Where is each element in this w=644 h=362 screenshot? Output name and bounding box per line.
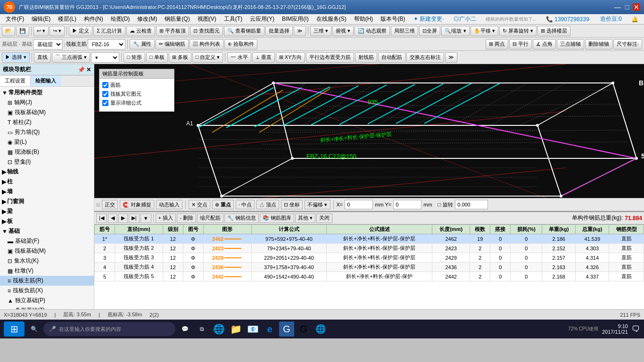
dim-label-btn[interactable]: 尺寸标注·: [613, 39, 642, 49]
no-offset-btn[interactable]: 不偏移 ▾: [305, 200, 330, 209]
maximize-btn[interactable]: □: [623, 3, 631, 11]
prev-record-btn[interactable]: ◀: [108, 214, 117, 223]
fullscreen-btn[interactable]: ⊡全屏: [419, 26, 440, 36]
layer-select[interactable]: 基础层: [33, 39, 63, 49]
menu-help[interactable]: 帮助(H): [350, 14, 377, 24]
table-row[interactable]: 1*筏板受力筋 112Φ2462975+592+975-40-40斜长+净长+料…: [95, 234, 644, 244]
menu-modify[interactable]: 修改(M): [133, 14, 161, 24]
menu-tools[interactable]: 工具(T): [220, 14, 246, 24]
last-record-btn[interactable]: ▶|: [129, 214, 140, 223]
local-3d-btn[interactable]: 局部三维: [391, 26, 418, 36]
sidebar-item-ind-found[interactable]: ▲ 独立基础(P): [0, 296, 94, 305]
view-rebar-btn[interactable]: 🔍 查看钢筋量: [224, 26, 264, 36]
menu-bim[interactable]: BIM应用(I): [278, 14, 313, 24]
taskbar-app-chrome[interactable]: G: [296, 321, 311, 337]
del-aux-btn[interactable]: 删除辅轴: [585, 39, 612, 49]
menu-view[interactable]: 视图(V): [194, 14, 220, 24]
group-beam[interactable]: ▶ 梁: [0, 206, 94, 216]
group-axis[interactable]: ▶ 轴线: [0, 167, 94, 177]
intersect-btn[interactable]: ✕ 交点: [189, 200, 210, 209]
menu-version[interactable]: 版本号(B): [377, 14, 409, 24]
taskbar-app-ie[interactable]: 🌐: [211, 321, 226, 337]
rebar-info-btn[interactable]: 🔧 钢筋信息: [224, 214, 259, 223]
dynamic-input-btn[interactable]: 动态输入: [156, 200, 182, 209]
zoom-btn[interactable]: 🔍缩放 ▾: [441, 26, 469, 36]
sidebar-item-raft-found[interactable]: ▣ 筏板基础(M): [0, 246, 94, 256]
phone-btn[interactable]: 📞 13907298339·: [542, 15, 594, 24]
face-rebar-check[interactable]: [102, 82, 108, 88]
pan-btn[interactable]: ✋平移 ▾: [471, 26, 498, 36]
custom-btn[interactable]: □ 自定义 ▾: [192, 52, 223, 63]
parallel-force-btn[interactable]: 平行边布置受力筋: [306, 52, 354, 63]
arc-select[interactable]: ▾: [91, 52, 119, 63]
screen-rotate-btn[interactable]: ↻ 屏幕旋转 ▾: [499, 26, 537, 36]
sidebar-item-col-pier[interactable]: ▦ 柱墩(V): [0, 266, 94, 276]
insert-row-btn[interactable]: + 插入: [156, 214, 176, 223]
rect-btn[interactable]: □ 矩形: [124, 52, 145, 63]
vertex-btn[interactable]: △ 顶点: [256, 200, 279, 209]
taskbar-app-ggj[interactable]: G: [279, 321, 294, 337]
open-file-btn[interactable]: 📂: [2, 26, 15, 36]
redo-btn[interactable]: ↪ ▾: [50, 26, 65, 36]
3d-view-btn[interactable]: 三维 ▾: [310, 26, 331, 36]
more-rebar-btn[interactable]: ≫: [445, 52, 457, 63]
coord-btn[interactable]: ⊡ 坐标: [281, 200, 303, 209]
group-common[interactable]: ▼ 常用构件类型: [0, 88, 94, 98]
property-btn[interactable]: 🔧 属性: [130, 39, 155, 49]
assistant-btn[interactable]: ◎广小二: [450, 14, 480, 24]
checkbox-formula[interactable]: 显示详细公式: [102, 99, 171, 107]
pick-component-btn[interactable]: ⊕ 拾取构件: [224, 39, 257, 49]
top-view-btn[interactable]: 俯视 ▾: [332, 26, 354, 36]
menu-draw[interactable]: 绘图(D): [107, 14, 134, 24]
cloud-check-btn[interactable]: ☁ 云检查: [126, 26, 155, 36]
first-record-btn[interactable]: |◀: [96, 214, 107, 223]
sidebar-item-found-beam[interactable]: ▬ 基础梁(F): [0, 236, 94, 246]
filter-select[interactable]: FBZ-16: [88, 39, 125, 49]
sidebar-item-axis[interactable]: ⊞ 轴网(J): [0, 98, 94, 107]
rebar-lib-btn[interactable]: 📚 钢筋图库: [260, 214, 294, 223]
expand-btn[interactable]: ▼: [140, 214, 151, 223]
two-point-btn[interactable]: ⊞ 两点: [486, 39, 508, 49]
drawing-canvas[interactable]: 935 斜长+净长+料长 保护层-保护层 FBZ-16 C12@150 FBZ-…: [94, 64, 644, 198]
center-btn[interactable]: · 中点: [236, 200, 255, 209]
menu-floor[interactable]: 楼层(L): [54, 14, 80, 24]
new-change-btn[interactable]: ✦ 新建变更·: [410, 14, 448, 24]
other-elem-check[interactable]: [102, 91, 108, 97]
save-file-btn[interactable]: 💾: [16, 26, 29, 36]
sidebar-item-raft-neg[interactable]: ≡ 筏板负筋(X): [0, 286, 94, 296]
menu-cloud[interactable]: 云应用(Y): [246, 14, 278, 24]
delete-row-btn[interactable]: - 删除: [177, 214, 196, 223]
arc-btn[interactable]: ⌒ 三点画弧 ▾: [52, 52, 90, 63]
taskbar-search-box[interactable]: 🎤 在这里输入你要搜索的内容: [43, 322, 175, 336]
sidebar-item-raft-common[interactable]: ▣ 筏板基础(M): [0, 107, 94, 117]
multi-board-btn[interactable]: ⊞ 多板: [169, 52, 191, 63]
undo-btn[interactable]: ↩ ▾: [33, 26, 49, 36]
group-foundation[interactable]: ▼ 基础: [0, 226, 94, 236]
menu-file[interactable]: 文件(F): [2, 14, 28, 24]
table-row[interactable]: 4筏板受力筋 412Φ2436379+1758+379-40-40斜长+净长+料…: [95, 263, 644, 272]
group-wall[interactable]: ▶ 墙: [0, 187, 94, 197]
taskbar-task-view-btn[interactable]: ⧉: [194, 321, 209, 337]
menu-component[interactable]: 构件(N): [80, 14, 107, 24]
menu-rebar-qty[interactable]: 钢筋量(Q): [161, 14, 193, 24]
sidebar-item-pile-col[interactable]: T 桩柱(Z): [0, 117, 94, 127]
edit-rebar-btn[interactable]: ✏ 编辑钢筋: [156, 39, 189, 49]
sidebar-item-strip-found[interactable]: ▬ 条形基础(T): [0, 305, 94, 309]
table-row[interactable]: 2筏板受力筋 212Φ242379+2345+79-40-40斜长+净长+料长-…: [95, 244, 644, 253]
single-board-btn[interactable]: □ 单板: [146, 52, 168, 63]
y-input[interactable]: [393, 200, 421, 209]
parallel-btn[interactable]: ⊟ 平行: [509, 39, 532, 49]
checkbox-other-elem[interactable]: 筏板其它图元: [102, 90, 171, 98]
xy-dir-btn[interactable]: ⊞ XY方向: [276, 52, 305, 63]
auto-config-btn[interactable]: 自动配筋: [378, 52, 405, 63]
midpt-btn[interactable]: ⊙ 重点: [212, 200, 234, 209]
scale-rebar-btn[interactable]: 缩尺配筋: [197, 214, 223, 223]
checkbox-face-rebar[interactable]: 面筋: [102, 82, 171, 89]
minimize-btn[interactable]: —: [614, 3, 621, 11]
sidebar-item-beam[interactable]: ◉ 梁(L): [0, 137, 94, 147]
component-list-btn[interactable]: ▤ 构件列表: [190, 39, 223, 49]
menu-edit[interactable]: 编辑(E): [28, 14, 54, 24]
rotate-input[interactable]: [455, 200, 488, 209]
menu-online[interactable]: 在线服务(S): [313, 14, 350, 24]
sidebar-item-shear-wall[interactable]: ▭ 剪力墙(Q): [0, 127, 94, 137]
